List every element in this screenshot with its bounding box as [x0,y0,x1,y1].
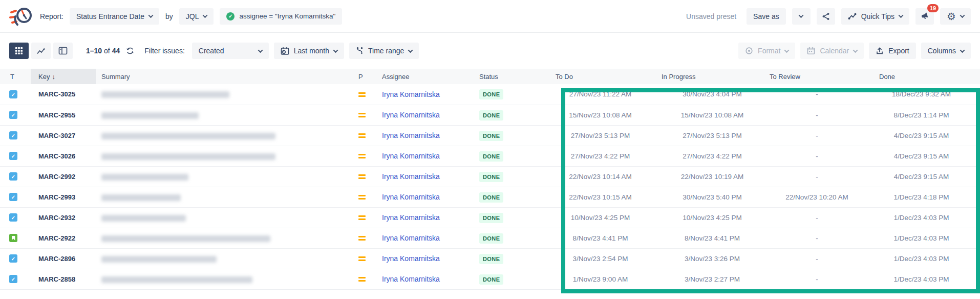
col-header-in-progress[interactable]: In Progress [661,69,768,84]
assignee-link[interactable]: Iryna Komarnitska [382,131,440,139]
table-row[interactable]: MARC-2992 Iryna Komarnitska DONE 22/Nov/… [0,166,980,187]
report-type-dropdown[interactable]: Status Entrance Date [70,8,159,25]
table-row[interactable]: MARC-2896 Iryna Komarnitska DONE 3/Nov/2… [0,248,980,269]
chart-view-button[interactable] [31,43,51,59]
settings-button[interactable]: ⚙ [940,8,971,25]
assignee-link[interactable]: Iryna Komarnitska [382,172,440,181]
save-as-dropdown-button[interactable] [792,8,811,25]
priority-medium-icon [358,194,366,201]
todo-date: 27/Nov/23 5:13 PM [556,125,661,146]
table-row[interactable]: MARC-3026 Iryna Komarnitska DONE 27/Nov/… [0,146,980,166]
share-button[interactable] [817,8,835,25]
board-view-button[interactable] [53,43,73,59]
filter-field-dropdown[interactable]: Created [192,43,269,59]
megaphone-icon [920,12,929,21]
in-progress-date: 3/Nov/23 2:27 PM [661,269,768,289]
assignee-link[interactable]: Iryna Komarnitska [382,90,440,98]
issue-key[interactable]: MARC-3026 [31,146,96,166]
col-header-priority[interactable]: P [355,69,379,84]
issue-key[interactable]: MARC-2955 [31,105,96,125]
done-date: 1/Dec/23 4:03 PM [873,248,980,269]
chevron-down-icon [799,13,804,18]
priority-medium-icon [358,256,366,262]
to-review-date: - [768,228,873,248]
assignee-link[interactable]: Iryna Komarnitska [382,193,440,201]
table-row[interactable]: MARC-3025 Iryna Komarnitska DONE 27/Nov/… [0,84,980,105]
assignee-link[interactable]: Iryna Komarnitska [382,152,440,160]
filter-field-value: Created [199,47,224,55]
quick-tips-button[interactable]: Quick Tips [841,8,909,25]
table-row[interactable]: MARC-2922 Iryna Komarnitska DONE 8/Nov/2… [0,228,980,248]
in-progress-date: 27/Nov/23 5:13 PM [661,125,768,146]
status-badge: DONE [479,151,503,162]
priority-medium-icon [358,92,366,98]
to-review-date: - [768,166,873,187]
issue-key[interactable]: MARC-2896 [31,248,96,269]
grid-view-icon [15,47,23,55]
col-header-done[interactable]: Done [873,69,980,84]
assignee-link[interactable]: Iryna Komarnitska [382,254,440,263]
save-as-button[interactable]: Save as [747,8,786,25]
task-type-icon [9,152,17,160]
jql-query-field[interactable]: ✓ assignee = "Iryna Komarnitska" [220,8,342,25]
todo-date: 22/Nov/23 10:14 AM [556,166,661,187]
table-row[interactable]: MARC-2993 Iryna Komarnitska DONE 22/Nov/… [0,187,980,207]
issue-key[interactable]: MARC-2992 [31,166,96,187]
assignee-link[interactable]: Iryna Komarnitska [382,234,440,242]
issue-key[interactable]: MARC-3025 [31,84,96,105]
assignee-link[interactable]: Iryna Komarnitska [382,275,440,283]
table-row[interactable]: MARC-2932 Iryna Komarnitska DONE 10/Nov/… [0,207,980,228]
chevron-down-icon [853,48,858,53]
table-header-row: T Key↓ Summary P Assignee Status To Do I… [0,69,980,84]
task-type-icon [9,111,17,119]
pagination-text: 1–10 of 44 [86,47,120,55]
table-row[interactable]: MARC-3027 Iryna Komarnitska DONE 27/Nov/… [0,125,980,146]
issue-table-body: MARC-3025 Iryna Komarnitska DONE 27/Nov/… [0,84,980,289]
notifications-wrap: 19 [915,8,934,25]
priority-medium-icon [358,112,366,118]
export-button[interactable]: Export [869,43,915,59]
top-bar: Report: Status Entrance Date by JQL ✓ as… [0,0,980,33]
col-header-todo[interactable]: To Do [556,69,661,84]
time-range-dropdown[interactable]: Time range [349,43,419,59]
in-progress-date: 22/Nov/23 10:19 AM [661,166,768,187]
issue-key[interactable]: MARC-2922 [31,228,96,248]
col-header-status[interactable]: Status [476,69,556,84]
date-range-dropdown[interactable]: Last month [274,43,344,59]
in-progress-date: 8/Nov/23 4:41 PM [661,228,768,248]
columns-dropdown[interactable]: Columns [921,43,971,59]
col-header-type[interactable]: T [0,69,31,84]
calendar-dropdown-disabled: Calendar [800,43,864,59]
assignee-link[interactable]: Iryna Komarnitska [382,213,440,222]
priority-medium-icon [358,133,366,139]
table-row[interactable]: MARC-2955 Iryna Komarnitska DONE 15/Nov/… [0,105,980,125]
pagination-range: 1–10 [86,47,102,55]
report-type-value: Status Entrance Date [76,12,144,21]
to-review-date: - [768,207,873,228]
issue-key[interactable]: MARC-2858 [31,269,96,289]
table-row[interactable]: MARC-2858 Iryna Komarnitska DONE 1/Nov/2… [0,269,980,289]
in-progress-date: 15/Nov/23 10:08 AM [661,105,768,125]
done-date: 4/Dec/23 9:15 AM [873,146,980,166]
status-badge: DONE [479,131,503,141]
col-header-assignee[interactable]: Assignee [379,69,476,84]
todo-date: 8/Nov/23 4:41 PM [556,228,661,248]
issue-key[interactable]: MARC-3027 [31,125,96,146]
chevron-down-icon [203,13,208,18]
chevron-down-icon [333,48,338,53]
assignee-link[interactable]: Iryna Komarnitska [382,111,440,119]
col-header-summary[interactable]: Summary [96,69,355,84]
grid-view-button[interactable] [9,43,29,59]
key-header-label: Key [38,73,50,81]
issue-key[interactable]: MARC-2932 [31,207,96,228]
task-type-icon [9,172,17,181]
col-header-key[interactable]: Key↓ [31,69,96,84]
col-header-to-review[interactable]: To Review [768,69,873,84]
done-date: 1/Dec/23 4:03 PM [873,269,980,289]
issue-key[interactable]: MARC-2993 [31,187,96,207]
refresh-button[interactable] [126,47,134,55]
summary-redacted [101,133,275,139]
status-badge: DONE [479,213,503,223]
query-mode-dropdown[interactable]: JQL [179,8,214,25]
sort-desc-icon: ↓ [52,73,55,81]
